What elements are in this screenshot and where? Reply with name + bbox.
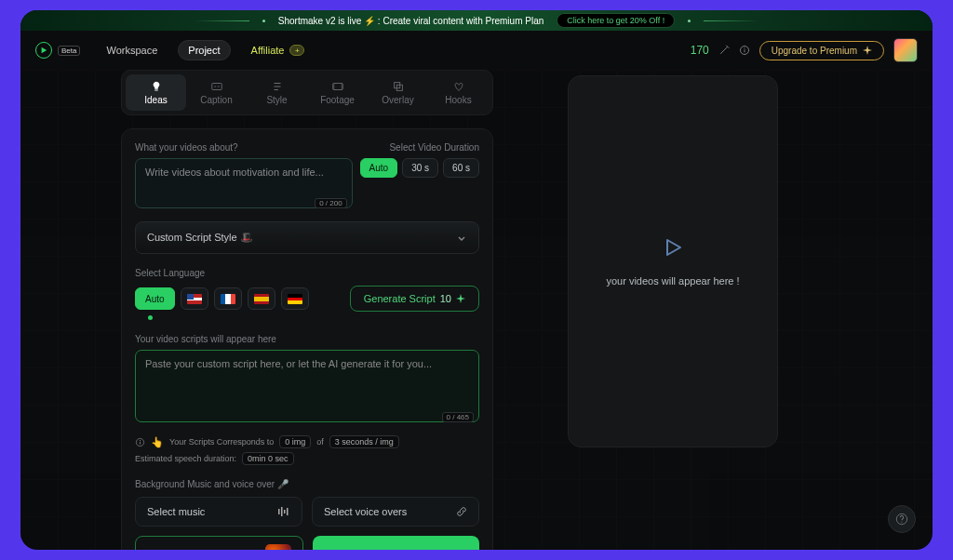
music-label: Background Music and voice over 🎤 — [135, 479, 289, 489]
heart-icon — [452, 80, 465, 93]
svg-point-11 — [140, 439, 141, 440]
topic-counter: 0 / 200 — [315, 198, 346, 208]
footage-icon — [331, 80, 344, 93]
svg-rect-7 — [341, 84, 342, 90]
upgrade-button[interactable]: Upgrade to Premium — [759, 41, 884, 60]
flag-us-icon — [187, 294, 202, 304]
select-voice-button[interactable]: Select voice overs — [312, 497, 479, 527]
tab-style[interactable]: Style — [247, 74, 307, 111]
tab-hooks[interactable]: Hooks — [428, 74, 489, 111]
overlay-icon — [392, 80, 405, 93]
images-styles-button[interactable]: Images Styles — [135, 536, 303, 550]
lang-en-us[interactable] — [181, 287, 208, 310]
tab-label: Footage — [320, 95, 355, 105]
banner-text: Shortmake v2 is live ⚡ : Create viral co… — [278, 16, 544, 26]
nav-affiliate-label: Affiliate — [251, 45, 285, 56]
generate-video-button[interactable]: Generate video 60 — [313, 536, 479, 550]
tab-caption[interactable]: Caption — [186, 74, 247, 111]
lang-auto[interactable]: Auto — [135, 287, 175, 310]
duration-60s[interactable]: 60 s — [443, 158, 479, 178]
nav-workspace[interactable]: Workspace — [97, 41, 167, 60]
duration-label: Select Video Duration — [389, 142, 479, 153]
tab-label: Ideas — [144, 95, 167, 105]
logo-group[interactable]: Beta — [35, 42, 80, 59]
sec-per-img-badge: 3 seconds / img — [329, 435, 399, 448]
estimated-value: 0min 0 sec — [242, 452, 294, 465]
tab-label: Style — [266, 95, 287, 105]
generate-script-button[interactable]: Generate Script 10 — [350, 286, 479, 312]
beta-badge: Beta — [58, 46, 80, 56]
play-icon[interactable] — [662, 236, 684, 259]
svg-rect-6 — [332, 84, 334, 90]
help-button[interactable] — [888, 505, 916, 533]
script-style-label: Custom Script Style 🎩 — [147, 232, 253, 244]
equalizer-icon — [277, 506, 290, 517]
img-count-badge: 0 img — [279, 435, 311, 448]
tab-label: Caption — [200, 95, 232, 105]
flag-es-icon — [254, 294, 269, 304]
svg-rect-16 — [287, 508, 289, 515]
promo-banner: Shortmake v2 is live ⚡ : Create viral co… — [20, 10, 933, 31]
select-voice-label: Select voice overs — [324, 506, 407, 517]
svg-point-19 — [901, 521, 902, 522]
main-nav: Workspace Project Affiliate + — [97, 40, 314, 60]
svg-rect-3 — [744, 49, 745, 52]
about-label: What your videos about? — [135, 142, 353, 153]
info-icon — [135, 437, 145, 447]
svg-point-2 — [744, 47, 745, 48]
finger-icon: 👆 — [151, 436, 164, 448]
wand-icon[interactable] — [718, 45, 730, 56]
tab-ideas[interactable]: Ideas — [126, 74, 186, 111]
tab-footage[interactable]: Footage — [307, 74, 368, 111]
language-label: Select Language — [135, 268, 205, 278]
lang-indicator-dot — [148, 315, 153, 320]
lang-es[interactable] — [248, 287, 275, 310]
gen-script-label: Generate Script — [364, 293, 436, 304]
banner-deco-line — [194, 20, 249, 21]
info-icon[interactable] — [739, 45, 750, 56]
topbar: Beta Workspace Project Affiliate + 170 U… — [20, 31, 933, 70]
affiliate-plus-badge: + — [289, 45, 304, 56]
tab-label: Overlay — [382, 95, 413, 105]
scripts-label: Your video scripts will appear here — [135, 334, 276, 344]
banner-deco-dot — [688, 20, 691, 22]
tab-overlay[interactable]: Overlay — [368, 74, 428, 111]
estimated-label: Estimated speech duration: — [135, 454, 236, 463]
sparkle-icon — [456, 294, 465, 303]
style-thumbnail — [265, 544, 291, 550]
style-icon — [271, 80, 284, 93]
nav-affiliate[interactable]: Affiliate + — [242, 41, 315, 60]
duration-auto[interactable]: Auto — [360, 158, 398, 178]
banner-deco-dot — [262, 20, 265, 22]
duration-30s[interactable]: 30 s — [402, 158, 438, 178]
script-style-select[interactable]: Custom Script Style 🎩 — [135, 221, 479, 254]
banner-cta-button[interactable]: Click here to get 20% Off ! — [557, 13, 675, 28]
preview-placeholder-text: your videos will appear here ! — [606, 275, 739, 287]
select-music-button[interactable]: Select music — [135, 497, 302, 527]
banner-deco-line — [704, 20, 759, 21]
corresponds-label: Your Scripts Corresponds to — [169, 437, 274, 447]
select-music-label: Select music — [147, 506, 205, 517]
svg-rect-14 — [281, 507, 283, 516]
sparkle-icon — [863, 46, 872, 55]
nav-project[interactable]: Project — [178, 40, 230, 60]
video-preview: your videos will appear here ! — [568, 75, 778, 447]
avatar[interactable] — [893, 38, 918, 62]
lang-fr[interactable] — [214, 287, 242, 310]
link-icon — [456, 506, 467, 517]
upgrade-label: Upgrade to Premium — [772, 46, 857, 56]
lang-de[interactable] — [281, 287, 309, 310]
flag-fr-icon — [221, 294, 235, 304]
chevron-down-icon — [456, 233, 467, 244]
tab-label: Hooks — [445, 95, 471, 105]
scripts-counter: 0 / 465 — [442, 412, 474, 422]
svg-rect-4 — [211, 84, 221, 90]
svg-rect-13 — [278, 509, 280, 514]
credits-count: 170 — [691, 44, 709, 57]
editor-tabs: Ideas Caption Style Footage Overlay — [121, 70, 493, 115]
script-input[interactable] — [135, 350, 479, 422]
svg-marker-17 — [667, 240, 680, 255]
caption-icon — [210, 80, 223, 93]
logo-icon — [35, 42, 52, 59]
svg-rect-15 — [284, 510, 286, 513]
